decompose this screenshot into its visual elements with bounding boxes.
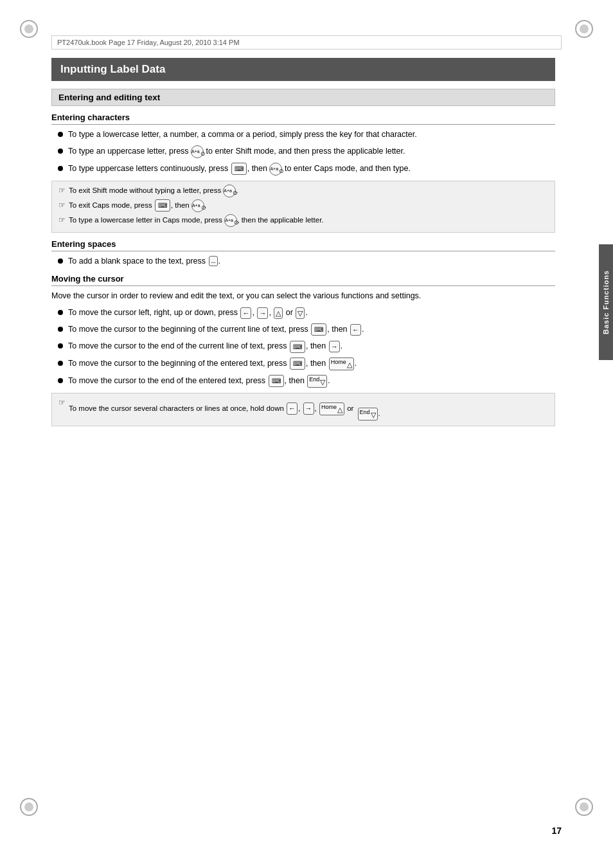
bullet-item-2: To type an uppercase letter, press A+a⊙ … <box>58 145 555 158</box>
note-item-2: ☞ To exit Caps mode, press ⌨, then A+a⊙. <box>58 199 548 212</box>
entering-characters-section: Entering characters To type a lowercase … <box>51 113 555 233</box>
arrow-left-icon-2: ← <box>350 324 361 336</box>
hold-right-icon: → <box>303 402 314 415</box>
note-icon-2: ☞ <box>58 199 66 211</box>
arrow-up-icon-2: Home△ <box>329 357 354 370</box>
cursor-note-text-1: To move the cursor several characters or… <box>69 397 380 420</box>
note-icon-1: ☞ <box>58 185 66 196</box>
bullet-dot-s1 <box>58 258 63 264</box>
shift-key-icon-2: A+a⊙ <box>269 163 282 176</box>
note-item-3: ☞ To type a lowercase letter in Caps mod… <box>58 214 548 227</box>
moving-cursor-intro: Move the cursor in order to review and e… <box>51 290 555 302</box>
hold-up-icon: Home△ <box>319 402 344 415</box>
hold-left-icon: ← <box>287 402 298 415</box>
page-number: 17 <box>551 826 562 836</box>
right-tab: Basic Functions <box>599 244 613 360</box>
arrow-down-icon: ▽ <box>296 307 305 320</box>
arrow-down-icon-2: End▽ <box>307 375 327 388</box>
note-item-1: ☞ To exit Shift mode without typing a le… <box>58 185 548 197</box>
corner-mark-tl <box>19 19 39 39</box>
bullet-text-c4: To move the cursor to the beginning of t… <box>68 357 555 370</box>
moving-cursor-notes: ☞ To move the cursor several characters … <box>51 393 555 426</box>
moving-cursor-heading: Moving the cursor <box>51 274 555 286</box>
entering-characters-bullets: To type a lowercase letter, a number, a … <box>58 129 555 176</box>
bullet-text-3: To type uppercase letters continuously, … <box>68 163 555 176</box>
func-key-icon-3: ⌨ <box>290 357 305 370</box>
note-text-1: To exit Shift mode without typing a lett… <box>69 185 238 197</box>
space-key-icon: ⎵ <box>209 256 218 266</box>
note-icon-3: ☞ <box>58 214 66 226</box>
bullet-text-c2: To move the cursor to the beginning of t… <box>68 323 555 336</box>
bullet-cursor-4: To move the cursor to the beginning of t… <box>58 357 555 370</box>
main-content: Inputting Label Data Entering and editin… <box>51 58 574 804</box>
bullet-dot-c2 <box>58 327 63 332</box>
right-tab-label: Basic Functions <box>602 270 610 334</box>
shift-key-icon: A+a⊙ <box>191 145 204 158</box>
bullet-cursor-2: To move the cursor to the beginning of t… <box>58 323 555 336</box>
note-shift-icon: A+a⊙ <box>223 185 236 197</box>
moving-cursor-section: Moving the cursor Move the cursor in ord… <box>51 274 555 427</box>
cursor-note-icon-1: ☞ <box>58 397 66 408</box>
bullet-dot-3 <box>58 166 63 171</box>
arrow-right-icon-2: → <box>329 341 340 353</box>
bullet-cursor-1: To move the cursor left, right, up or do… <box>58 307 555 319</box>
bullet-dot-c1 <box>58 310 63 315</box>
bullet-dot-c4 <box>58 361 63 366</box>
note-shift-icon-3: A+a⊙ <box>224 214 237 227</box>
arrow-left-icon: ← <box>240 307 251 320</box>
entering-characters-heading: Entering characters <box>51 113 555 125</box>
note-shift-icon-2: A+a⊙ <box>191 199 204 212</box>
bullet-text-c1: To move the cursor left, right, up or do… <box>68 307 555 319</box>
caps-key-icon-2: ⌨ <box>155 199 170 212</box>
content-body: Inputting Label Data Entering and editin… <box>51 58 574 426</box>
bullet-text-c5: To move the cursor to the end of the ent… <box>68 375 555 388</box>
func-key-icon-2: ⌨ <box>290 341 305 353</box>
note-text-2: To exit Caps mode, press ⌨, then A+a⊙. <box>69 199 206 212</box>
entering-spaces-heading: Entering spaces <box>51 239 555 251</box>
corner-mark-tr <box>574 19 594 39</box>
corner-mark-bl <box>19 797 39 817</box>
bullet-item-3: To type uppercase letters continuously, … <box>58 163 555 176</box>
main-title: Inputting Label Data <box>51 58 555 81</box>
caps-key-icon: ⌨ <box>231 163 247 175</box>
bullet-dot-c5 <box>58 378 63 383</box>
file-info-bar: PT2470uk.book Page 17 Friday, August 20,… <box>51 35 562 50</box>
bullet-dot-2 <box>58 149 63 154</box>
bullet-item-1: To type a lowercase letter, a number, a … <box>58 129 555 141</box>
note-text-3: To type a lowercase letter in Caps mode,… <box>69 214 324 227</box>
bullet-text-1: To type a lowercase letter, a number, a … <box>68 129 555 141</box>
sub-title: Entering and editing text <box>51 89 555 106</box>
bullet-dot-1 <box>58 132 63 137</box>
bullet-text-c3: To move the cursor to the end of the cur… <box>68 340 555 352</box>
func-key-icon-1: ⌨ <box>311 323 326 336</box>
bullet-cursor-5: To move the cursor to the end of the ent… <box>58 375 555 388</box>
moving-cursor-bullets: To move the cursor left, right, up or do… <box>58 307 555 388</box>
entering-spaces-section: Entering spaces To add a blank space to … <box>51 239 555 267</box>
file-info-text: PT2470uk.book Page 17 Friday, August 20,… <box>57 39 240 46</box>
hold-down-icon: End▽. <box>357 397 380 420</box>
bullet-dot-c3 <box>58 343 63 348</box>
arrow-up-icon: △ <box>274 307 283 320</box>
page-container: PT2470uk.book Page 17 Friday, August 20,… <box>0 0 613 868</box>
cursor-note-1: ☞ To move the cursor several characters … <box>58 397 548 420</box>
bullet-text-s1: To add a blank space to the text, press … <box>68 255 555 267</box>
arrow-right-icon: → <box>257 307 268 320</box>
entering-characters-notes: ☞ To exit Shift mode without typing a le… <box>51 181 555 233</box>
entering-spaces-bullets: To add a blank space to the text, press … <box>58 255 555 267</box>
corner-mark-br <box>574 797 594 817</box>
bullet-space-1: To add a blank space to the text, press … <box>58 255 555 267</box>
bullet-cursor-3: To move the cursor to the end of the cur… <box>58 340 555 352</box>
hold-down-arrow: End▽ <box>358 408 378 420</box>
func-key-icon-4: ⌨ <box>269 375 284 387</box>
bullet-text-2: To type an uppercase letter, press A+a⊙ … <box>68 145 555 158</box>
